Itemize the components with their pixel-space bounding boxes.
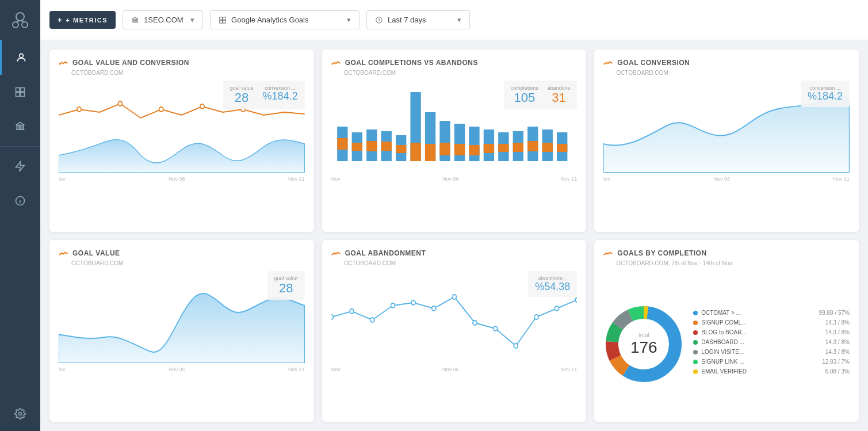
svg-point-98 — [493, 326, 497, 331]
svg-point-2 — [22, 22, 28, 28]
svg-rect-20 — [135, 19, 136, 22]
legend-item-1: SIGNUP COML... 14.3 / 8% — [693, 319, 850, 326]
widget-title-5: GOAL ABANDONMENT — [345, 249, 426, 257]
scatter-icon-1 — [59, 59, 68, 68]
stats-box-2: completions 105 abandons 31 — [504, 81, 578, 109]
svg-rect-46 — [351, 143, 362, 151]
svg-rect-70 — [527, 141, 538, 151]
widget-header-5: GOAL ABANDONMENT — [331, 249, 578, 259]
svg-point-18 — [19, 413, 22, 415]
legend-item-5: SIGNUP LINK ... 12.83 / 7% — [693, 358, 850, 365]
widget-subtitle-1: OCTOBOARD.COM — [71, 70, 305, 76]
bank-small-icon — [131, 16, 139, 24]
plus-icon: + — [58, 16, 63, 24]
scatter-icon-3 — [603, 59, 613, 68]
stats-box-3: conversion ... %184.2 — [801, 81, 850, 107]
legend-dot-0 — [693, 311, 698, 315]
svg-point-95 — [431, 306, 435, 311]
report-dropdown[interactable]: Google Analytics Goals ▾ — [210, 10, 360, 29]
svg-rect-26 — [223, 20, 226, 23]
x-label-2c: Nov 11 — [561, 176, 578, 182]
svg-marker-14 — [16, 162, 25, 171]
widget-goal-completions: GOAL COMPLETIONS VS ABANDONS OCTOBOARD.C… — [322, 49, 587, 232]
stats-box-5: abandonm... %54.38 — [528, 271, 577, 297]
donut-section: total 176 OCTOMAT > ... 99.88 / 57% SIGN… — [603, 271, 850, 413]
stats-value-3a: %184.2 — [808, 91, 843, 102]
legend-label-1: SIGNUP COML... — [701, 319, 821, 326]
svg-rect-58 — [439, 143, 450, 155]
legend-item-4: LOGIN VISITE... 14.3 / 8% — [693, 349, 850, 355]
widget-body-3: conversion ... %184.2 lov Nov 06 No — [603, 81, 850, 223]
widget-goal-value: GOAL VALUE OCTOBOARD.COM goal value 28 — [49, 240, 314, 422]
legend-item-3: DASHBOARD ... 14.3 / 8% — [693, 339, 850, 345]
time-dropdown[interactable]: Last 7 days ▾ — [366, 10, 470, 29]
legend-dot-3 — [693, 340, 698, 345]
x-labels-5: Nov Nov 06 Nov 11 — [331, 365, 578, 372]
donut-total-value: 176 — [630, 338, 657, 356]
stats-value-4a: 28 — [274, 281, 298, 295]
legend-dot-6 — [693, 369, 698, 374]
svg-rect-60 — [454, 144, 464, 155]
stats-box-4: goal value 28 — [267, 271, 305, 300]
svg-rect-7 — [21, 88, 25, 92]
donut-chart: total 176 — [603, 304, 684, 384]
svg-rect-74 — [557, 144, 567, 152]
sidebar-item-settings[interactable] — [0, 396, 40, 431]
widget-title-1: GOAL VALUE AND CONVERSION — [72, 59, 189, 67]
widget-header-1: GOAL VALUE AND CONVERSION — [59, 59, 305, 68]
svg-rect-50 — [381, 142, 391, 151]
clock-icon — [375, 16, 383, 24]
legend-dot-1 — [693, 321, 698, 325]
donut-legend: OCTOMAT > ... 99.88 / 57% SIGNUP COML...… — [693, 310, 850, 378]
svg-point-0 — [16, 13, 24, 21]
sidebar-item-info[interactable] — [0, 184, 40, 218]
widget-header-6: GOALS BY COMPLETION — [603, 249, 850, 259]
svg-point-35 — [159, 107, 163, 112]
svg-rect-6 — [16, 88, 20, 92]
donut-center: total 176 — [630, 331, 657, 356]
sidebar-item-user[interactable] — [0, 40, 40, 75]
chevron-down-icon: ▾ — [190, 16, 194, 24]
svg-rect-59 — [454, 124, 464, 161]
widget-title-3: GOAL CONVERSION — [617, 59, 690, 67]
svg-rect-66 — [498, 144, 508, 152]
legend-dot-5 — [693, 360, 698, 364]
widget-subtitle-4: OCTOBOARD.COM — [71, 260, 305, 266]
legend-dot-2 — [693, 330, 698, 335]
svg-rect-64 — [483, 144, 494, 153]
svg-point-92 — [370, 318, 374, 322]
widget-title-2: GOAL COMPLETIONS VS ABANDONS — [345, 59, 478, 67]
widget-header-3: GOAL CONVERSION — [603, 59, 850, 68]
legend-dot-4 — [693, 350, 698, 354]
svg-point-99 — [514, 344, 518, 348]
svg-point-90 — [331, 315, 334, 319]
x-label-4b: Nov 06 — [169, 367, 185, 372]
legend-values-0: 99.88 / 57% — [819, 310, 850, 316]
svg-rect-23 — [220, 17, 223, 20]
site-dropdown[interactable]: 1SEO.COM ▾ — [123, 10, 203, 29]
svg-rect-10 — [17, 125, 18, 130]
legend-item-2: BLOG to BOAR... 14.3 / 8% — [693, 329, 850, 335]
time-label: Last 7 days — [388, 16, 426, 24]
sidebar — [0, 0, 40, 431]
legend-item-6: EMAIL VERIFIED 6.08 / 3% — [693, 368, 850, 375]
add-metrics-button[interactable]: + + METRICS — [49, 11, 116, 29]
svg-rect-56 — [425, 144, 435, 161]
svg-point-102 — [575, 297, 578, 302]
sidebar-item-integrations[interactable] — [0, 149, 40, 184]
widget-subtitle-6: OCTOBOARD.COM, 7th of Nov - 14th of Nov — [616, 260, 850, 266]
widget-subtitle-2: OCTOBOARD.COM — [344, 70, 578, 76]
sidebar-item-dashboard[interactable] — [0, 75, 40, 109]
svg-rect-25 — [220, 20, 223, 23]
main-content: + + METRICS 1SEO.COM ▾ Google Analytics … — [40, 0, 868, 431]
stats-value-1b: %184.2 — [263, 91, 298, 102]
svg-point-36 — [200, 104, 204, 109]
svg-point-96 — [452, 295, 456, 299]
stats-value-2a: 105 — [511, 91, 538, 105]
site-label: 1SEO.COM — [144, 16, 183, 24]
legend-values-4: 14.3 / 8% — [825, 349, 850, 355]
svg-point-93 — [391, 303, 395, 308]
legend-values-6: 6.08 / 3% — [825, 368, 850, 375]
sidebar-item-bank[interactable] — [0, 109, 40, 144]
stats-value-1a: 28 — [230, 91, 254, 105]
